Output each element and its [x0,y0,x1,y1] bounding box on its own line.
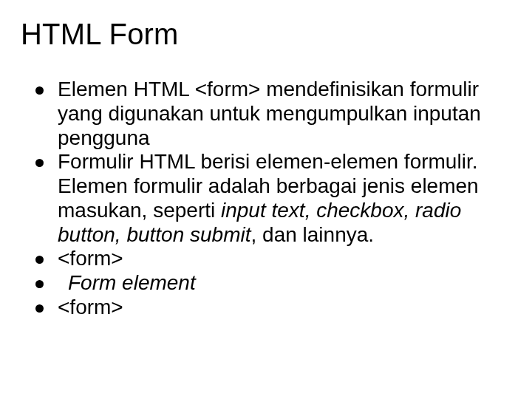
slide: HTML Form Elemen HTML <form> mendefinisi… [0,0,532,399]
bullet-list: Elemen HTML <form> mendefinisikan formul… [21,78,511,320]
bullet-item: <form> [31,247,502,271]
slide-title: HTML Form [21,18,511,51]
bullet-item: Elemen HTML <form> mendefinisikan formul… [31,78,502,150]
bullet-text: , dan lainnya. [251,223,375,246]
bullet-italic-text: Form element [58,271,196,294]
bullet-item: <form> [31,296,502,320]
bullet-text: <form> [58,247,123,270]
bullet-item: Form element [31,271,502,296]
bullet-text: Elemen HTML <form> mendefinisikan formul… [58,78,481,149]
bullet-text: <form> [58,296,123,318]
bullet-item: Formulir HTML berisi elemen-elemen formu… [31,150,502,247]
